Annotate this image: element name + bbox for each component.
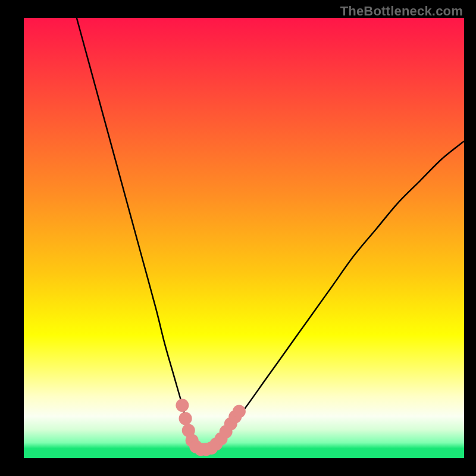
curve-marker [233,405,246,418]
curve-marker [179,412,192,425]
watermark: TheBottleneck.com [340,4,463,19]
curve-markers [176,399,245,456]
chart-overlay [24,18,464,458]
plot-area [24,18,464,458]
bottleneck-curve [77,18,464,450]
chart-frame: TheBottleneck.com [0,0,476,476]
curve-marker [176,399,189,412]
